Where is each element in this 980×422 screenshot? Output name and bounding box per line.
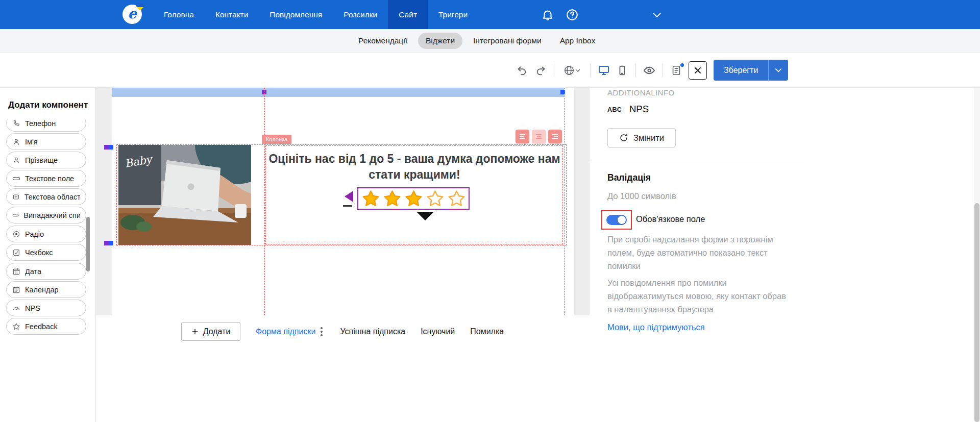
page-tab-success[interactable]: Успішна підписка — [340, 327, 405, 336]
component-item-checkbox[interactable]: Чекбокс — [6, 244, 86, 261]
toolbar-divider — [590, 64, 591, 77]
form-header-block[interactable] — [112, 88, 564, 97]
max-length-note: До 1000 символів — [607, 191, 676, 201]
required-toggle[interactable] — [606, 215, 627, 225]
component-item-radio[interactable]: Радіо — [6, 226, 86, 242]
page-menu-dots-icon[interactable] — [318, 326, 325, 337]
selection-handle[interactable] — [104, 241, 109, 245]
component-label: Текстове поле — [25, 175, 74, 183]
page-tab-subscription-form[interactable]: Форма підписки — [256, 326, 325, 337]
align-center-icon[interactable] — [532, 130, 546, 143]
form-image[interactable]: Baby — [118, 145, 251, 245]
component-item-nps[interactable]: NPS — [6, 300, 86, 316]
component-label: Дата — [25, 267, 41, 276]
component-label: Випадаючий список — [23, 211, 80, 219]
nav-item-messages[interactable]: Повідомлення — [259, 0, 333, 29]
nav-item-triggers[interactable]: Тригери — [428, 0, 478, 29]
toolbar-divider — [635, 64, 636, 77]
component-item-calendar[interactable]: Календар — [6, 281, 86, 298]
component-item-phone[interactable]: Телефон — [6, 115, 86, 132]
star-icon[interactable] — [383, 190, 401, 208]
tutorial-highlight-box — [601, 210, 632, 230]
gauge-icon — [12, 304, 20, 312]
form-preview[interactable]: Колонка Baby — [112, 88, 574, 315]
component-label: NPS — [25, 304, 40, 312]
page-tab-label: Форма підписки — [256, 327, 315, 336]
supported-languages-link[interactable]: Мови, що підтримуються — [607, 322, 705, 332]
bell-icon[interactable] — [541, 8, 554, 21]
page-scrollbar[interactable] — [974, 203, 979, 422]
components-sidebar: Додати компонент Телефон Ім'я Прізвище Т… — [0, 88, 96, 422]
brand-logo[interactable]: e — [122, 5, 142, 24]
nav-item-site[interactable]: Сайт — [388, 0, 428, 29]
save-button[interactable]: Зберегти — [714, 60, 788, 81]
workspace-photo: Baby — [118, 145, 251, 245]
language-globe-icon[interactable] — [558, 61, 586, 80]
component-label: Чекбокс — [25, 249, 53, 257]
tab-app-inbox[interactable]: App Inbox — [552, 33, 603, 49]
tab-embedded-forms[interactable]: Інтегровані форми — [465, 33, 549, 49]
component-item-dropdown[interactable]: Випадаючий список — [6, 207, 86, 224]
star-icon[interactable] — [362, 190, 380, 208]
star-rating[interactable] — [357, 187, 470, 210]
language-note-text: Усі повідомлення про помилки відображати… — [607, 276, 787, 316]
top-navigation: e Головна Контакти Повідомлення Розсилки… — [0, 0, 980, 29]
add-page-button[interactable]: Додати — [181, 322, 240, 341]
purple-arrow-handle[interactable] — [345, 191, 353, 202]
tab-recommendations[interactable]: Рекомендації — [351, 33, 415, 49]
text-type-icon: ABC — [607, 106, 622, 113]
star-icon[interactable] — [448, 190, 465, 208]
component-label: Текстова область — [24, 193, 80, 201]
component-item-date[interactable]: 31 Дата — [6, 263, 86, 280]
selection-handle[interactable] — [104, 145, 109, 150]
undo-icon[interactable] — [513, 61, 531, 80]
phone-icon — [12, 119, 20, 128]
radio-icon — [12, 230, 20, 238]
rating-heading[interactable]: Оцініть нас від 1 до 5 - ваша думка допо… — [266, 151, 562, 183]
mobile-view-icon[interactable] — [613, 61, 631, 80]
change-field-button[interactable]: Змінити — [607, 128, 676, 147]
page-tab-existing[interactable]: Існуючий — [421, 327, 455, 336]
save-button-label: Зберегти — [714, 66, 768, 75]
required-help-text: При спробі надсилання форми з порожнім п… — [607, 233, 777, 272]
person-icon — [12, 138, 20, 146]
checkbox-icon — [12, 249, 20, 257]
selection-handle[interactable] — [109, 241, 113, 245]
field-name: NPS — [629, 104, 649, 115]
main-area: Додати компонент Телефон Ім'я Прізвище Т… — [0, 88, 980, 422]
page-tab-error[interactable]: Помилка — [470, 327, 504, 336]
script-doc-icon[interactable] — [667, 61, 685, 80]
text-area-icon — [12, 193, 20, 201]
nav-item-contacts[interactable]: Контакти — [205, 0, 259, 29]
star-icon[interactable] — [405, 190, 423, 208]
help-icon[interactable] — [566, 8, 579, 21]
date-icon: 31 — [12, 267, 20, 276]
nav-item-home[interactable]: Головна — [153, 0, 205, 29]
svg-text:31: 31 — [15, 270, 18, 274]
toolbar-divider — [663, 64, 663, 77]
required-field-label: Обов'язкове поле — [636, 214, 705, 224]
redo-icon[interactable] — [531, 61, 550, 80]
nav-item-campaigns[interactable]: Розсилки — [333, 0, 388, 29]
preview-eye-icon[interactable] — [640, 61, 658, 80]
close-icon[interactable] — [689, 61, 707, 80]
component-item-lastname[interactable]: Прізвище — [6, 152, 86, 168]
save-chevron-down-icon[interactable] — [769, 60, 788, 81]
main-menu: Головна Контакти Повідомлення Розсилки С… — [153, 0, 478, 29]
settings-panel: ADDITIONALINFO ABC NPS Змінити Валідація… — [590, 88, 980, 422]
star-icon[interactable] — [426, 190, 444, 208]
account-chevron-down-icon[interactable] — [652, 11, 666, 24]
component-item-text-field[interactable]: Текстове поле — [6, 170, 86, 187]
validation-title: Валідація — [607, 172, 651, 183]
align-right-icon[interactable] — [548, 130, 562, 143]
component-item-text-area[interactable]: Текстова область — [6, 188, 86, 205]
tab-widgets[interactable]: Віджети — [418, 33, 462, 49]
desktop-view-icon[interactable] — [595, 61, 613, 80]
expand-arrow-icon[interactable] — [416, 212, 434, 220]
component-item-firstname[interactable]: Ім'я — [6, 133, 86, 150]
sidebar-scrollbar[interactable] — [86, 217, 90, 271]
selection-handle[interactable] — [109, 145, 113, 150]
block-align-toolbar — [516, 130, 562, 143]
component-item-feedback[interactable]: Feedback — [6, 318, 86, 335]
align-left-icon[interactable] — [516, 130, 529, 143]
